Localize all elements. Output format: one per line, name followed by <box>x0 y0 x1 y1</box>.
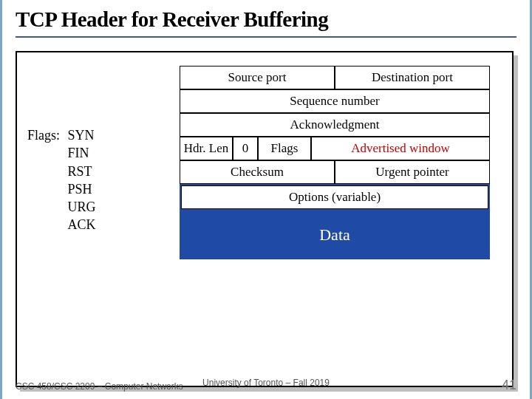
row-ack: Acknowledgment <box>180 113 490 137</box>
flag-item: RST <box>68 163 96 180</box>
cell-source-port: Source port <box>180 66 335 89</box>
footer-left: CSC 458/CSC 2209 – Computer Networks <box>16 381 183 392</box>
flags-list: SYN FIN RST PSH URG ACK <box>68 126 96 234</box>
flag-item: ACK <box>68 216 96 233</box>
cell-advertised-window: Advertised window <box>311 137 490 160</box>
cell-checksum: Checksum <box>180 160 335 184</box>
row-flags-window: Hdr. Len 0 Flags Advertised window <box>180 137 490 160</box>
cell-dest-port: Destination port <box>335 66 490 89</box>
row-checksum-urgent: Checksum Urgent pointer <box>180 160 490 184</box>
footer: CSC 458/CSC 2209 – Computer Networks Uni… <box>16 378 516 393</box>
cell-flags: Flags <box>258 137 311 160</box>
flags-label: Flags: <box>27 126 64 144</box>
slide-number: 41 <box>502 378 516 393</box>
cell-ack: Acknowledgment <box>180 113 490 137</box>
page-title: TCP Header for Receiver Buffering <box>16 7 516 32</box>
title-underline <box>16 36 516 38</box>
slide: TCP Header for Receiver Buffering Flags:… <box>0 0 532 399</box>
row-options: Options (variable) <box>180 184 490 211</box>
row-ports: Source port Destination port <box>180 66 490 89</box>
diagram-frame: Flags: SYN FIN RST PSH URG ACK Source po… <box>16 51 514 387</box>
cell-data: Data <box>180 211 490 259</box>
cell-sequence: Sequence number <box>180 89 490 113</box>
row-sequence: Sequence number <box>180 89 490 113</box>
tcp-header-table: Source port Destination port Sequence nu… <box>180 66 490 259</box>
footer-center: University of Toronto – Fall 2019 <box>202 378 330 388</box>
cell-reserved: 0 <box>233 137 258 160</box>
cell-urgent: Urgent pointer <box>335 160 490 184</box>
flag-item: FIN <box>68 144 96 162</box>
cell-options: Options (variable) <box>181 185 488 209</box>
diagram-area: Flags: SYN FIN RST PSH URG ACK Source po… <box>16 51 516 399</box>
flag-item: URG <box>68 198 96 216</box>
flags-legend: Flags: SYN FIN RST PSH URG ACK <box>27 126 96 234</box>
cell-hdrlen: Hdr. Len <box>180 137 233 160</box>
title-wrap: TCP Header for Receiver Buffering <box>2 0 530 32</box>
flag-item: PSH <box>68 180 96 198</box>
flag-item: SYN <box>68 126 96 144</box>
